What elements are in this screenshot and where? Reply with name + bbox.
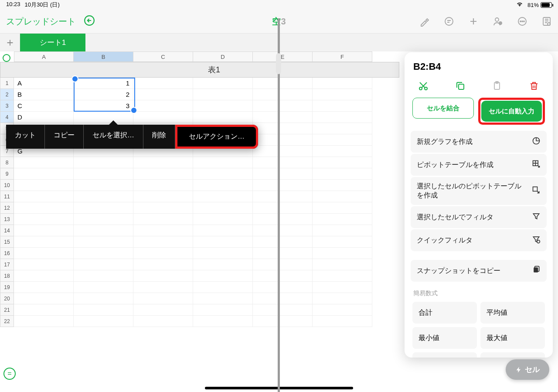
- cell[interactable]: [133, 157, 193, 168]
- action-snapshot[interactable]: スナップショットをコピー: [411, 260, 547, 282]
- formula-avg[interactable]: 平均値: [480, 302, 545, 324]
- cell[interactable]: [74, 270, 133, 282]
- cell[interactable]: [133, 191, 193, 202]
- format-brush-icon[interactable]: [419, 16, 430, 27]
- select-all-button[interactable]: [3, 54, 10, 62]
- cell[interactable]: [313, 100, 372, 112]
- cell[interactable]: [74, 168, 133, 180]
- cell[interactable]: [133, 225, 193, 236]
- ctx-cell-actions[interactable]: セルアクション…: [175, 125, 258, 149]
- cell[interactable]: [313, 112, 372, 123]
- row-header-21[interactable]: 21: [0, 304, 14, 316]
- cell[interactable]: [74, 259, 133, 270]
- sheet-tab-1[interactable]: シート1: [20, 34, 85, 51]
- row-header-8[interactable]: 8: [0, 157, 14, 168]
- cell[interactable]: [74, 157, 133, 168]
- cell[interactable]: [74, 293, 133, 304]
- cell[interactable]: C: [14, 100, 74, 112]
- back-button[interactable]: スプレッドシート: [6, 16, 76, 27]
- cell[interactable]: A: [14, 78, 74, 89]
- action-filter-selection[interactable]: 選択したセルでフィルタ: [411, 206, 547, 228]
- insert-icon[interactable]: [468, 16, 479, 27]
- cell[interactable]: [133, 180, 193, 191]
- cell[interactable]: [313, 168, 372, 180]
- cell[interactable]: [313, 146, 372, 157]
- cell[interactable]: [74, 191, 133, 202]
- row-header-19[interactable]: 19: [0, 282, 14, 293]
- cell[interactable]: D: [14, 112, 74, 123]
- cell[interactable]: [313, 180, 372, 191]
- row-header-16[interactable]: 16: [0, 248, 14, 259]
- cell[interactable]: [313, 259, 372, 270]
- cell[interactable]: [253, 248, 313, 259]
- cell[interactable]: [133, 236, 193, 248]
- copy-icon[interactable]: [455, 80, 466, 92]
- row-header-3[interactable]: 3: [0, 100, 14, 112]
- cell[interactable]: [193, 225, 253, 236]
- cell[interactable]: [253, 282, 313, 293]
- col-header-c[interactable]: C: [133, 51, 193, 62]
- row-header-2[interactable]: 2: [0, 89, 14, 100]
- cell[interactable]: [253, 304, 313, 316]
- delete-icon[interactable]: [528, 80, 540, 92]
- formula-equals-button[interactable]: =: [3, 368, 16, 380]
- cell[interactable]: [14, 157, 74, 168]
- cell[interactable]: [313, 78, 372, 89]
- cell[interactable]: [313, 157, 372, 168]
- row-header-12[interactable]: 12: [0, 202, 14, 214]
- cell[interactable]: [133, 282, 193, 293]
- cell[interactable]: [193, 157, 253, 168]
- cell[interactable]: [253, 123, 313, 134]
- cell[interactable]: [14, 293, 74, 304]
- formula-sum[interactable]: 合計: [412, 302, 477, 324]
- cell[interactable]: [313, 248, 372, 259]
- cell[interactable]: [193, 316, 253, 327]
- cell[interactable]: [74, 202, 133, 214]
- ctx-select[interactable]: セルを選択…: [84, 125, 143, 149]
- row-header-22[interactable]: 22: [0, 316, 14, 327]
- cell[interactable]: [253, 259, 313, 270]
- cell[interactable]: [133, 316, 193, 327]
- cell[interactable]: [74, 304, 133, 316]
- cell[interactable]: [253, 202, 313, 214]
- cell[interactable]: [133, 89, 193, 100]
- formula-product[interactable]: 積: [480, 352, 545, 358]
- cell[interactable]: [193, 180, 253, 191]
- col-header-b[interactable]: B: [74, 51, 133, 62]
- cell[interactable]: [193, 112, 253, 123]
- col-header-e[interactable]: E: [253, 51, 313, 62]
- cell[interactable]: [14, 316, 74, 327]
- cell[interactable]: [253, 89, 313, 100]
- row-header-15[interactable]: 15: [0, 236, 14, 248]
- cell[interactable]: [253, 168, 313, 180]
- cell[interactable]: [253, 214, 313, 225]
- cell[interactable]: [14, 282, 74, 293]
- undo-button[interactable]: [84, 15, 95, 28]
- row-header-13[interactable]: 13: [0, 214, 14, 225]
- cells-area[interactable]: A1B2C3DEFG: [14, 78, 399, 327]
- cell[interactable]: [74, 282, 133, 293]
- action-quick-filter[interactable]: クイックフィルタ: [411, 229, 547, 251]
- ctx-cut[interactable]: カット: [6, 125, 45, 149]
- cell[interactable]: [14, 259, 74, 270]
- autofill-button[interactable]: セルに自動入力: [481, 101, 542, 122]
- cell[interactable]: [14, 236, 74, 248]
- cell[interactable]: [193, 259, 253, 270]
- cell[interactable]: [133, 293, 193, 304]
- cell[interactable]: [313, 202, 372, 214]
- cell[interactable]: [14, 168, 74, 180]
- cell[interactable]: [14, 225, 74, 236]
- cell[interactable]: [193, 236, 253, 248]
- action-pivot[interactable]: ピボットテーブルを作成: [411, 154, 547, 176]
- cell[interactable]: [74, 112, 133, 123]
- cell[interactable]: [253, 112, 313, 123]
- cell[interactable]: [133, 304, 193, 316]
- row-header-4[interactable]: 4: [0, 112, 14, 123]
- cell[interactable]: [313, 214, 372, 225]
- cell[interactable]: [74, 214, 133, 225]
- cell[interactable]: [74, 248, 133, 259]
- cell[interactable]: [74, 236, 133, 248]
- cell[interactable]: [14, 180, 74, 191]
- multitask-divider[interactable]: [278, 18, 280, 392]
- cell[interactable]: [313, 304, 372, 316]
